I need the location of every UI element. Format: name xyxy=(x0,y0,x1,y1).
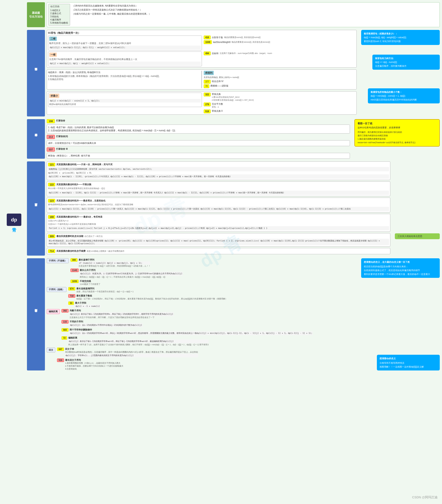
prob-583: 583 两个字符串的删除操作 dp[i][j]: 以i-1为结尾的字符串word… xyxy=(62,328,357,335)
subseq-title: 子序列问题 xyxy=(27,258,45,370)
2d-knapsack: 二维 顺序无所谓，因为上一层的值不会被下一层覆盖，且第二层for循环是从j=0到… xyxy=(48,36,202,50)
subseq-ann-dp: 想清楚dp的含义，这大题的dp含义都一目了然 然后想当前的dp[i][j]是由哪… xyxy=(361,258,440,278)
knapsack-section: 背包问题 能否装满背包（或最多装多少）： dp[j] = max(dp[j], … xyxy=(27,30,440,116)
knapsack-ann3: 装满背包所有物品的最小个数： dp[j] = min(dp[j] - coins… xyxy=(368,88,440,103)
subseq-ann-palindrome: 想清楚dp的含义 分相等和不相等两种情况 画图理解！！一边画图一边对着dp[i]… xyxy=(377,355,440,370)
prob-647: 647 回文子串 布尔数组(true时候还是会用的)，注意遍历顺序，其中一种是由… xyxy=(57,347,357,358)
prob-198-row: 198 打家劫舍 xyxy=(47,119,350,123)
edit-distance-row: 编辑距离 392 判断子序列 dp[i][j] 表示以下标i-1为结尾的字符串s… xyxy=(47,309,357,346)
rob-title: 打家劫舍 xyxy=(27,119,45,159)
prob-494: 494 xyxy=(204,52,211,55)
stocks-section: 股票问题 三次买入初始化有点意思 121 买卖股票的最佳时机——只有一次，两种结… xyxy=(27,162,440,256)
basics-title: 基础篇 引出方法论 xyxy=(27,2,45,27)
prob-53: 53 最大子序和 dp[i] = -1 + nums[i] xyxy=(68,302,357,308)
1d-knapsack: 一维 注意两个for循环的顺序，先遍历背包后遍历物品的话，不然倒底物品的结果会覆… xyxy=(48,52,202,66)
prob-674: 674 最长连续递增序列 连接，所以只能是前一个状态能导出前状态：dp[i + … xyxy=(68,287,357,293)
prob-322: 322 xyxy=(204,93,211,96)
page-wrapper: dp 青 dp 青 基础篇 引出方法论 dp五部曲 1.dp[]含义 2.递推公… xyxy=(0,0,442,504)
prob-121: 121 买卖股票的最佳时机——只有一次，两种结果：买与不买 动规用dp [j][… xyxy=(47,162,390,180)
prob-337-detail: 树形dp（树形贪心），两种结果: 偷与不偷 xyxy=(47,153,350,159)
dp-5-steps-box: dp五部曲 1.dp[]含义 2.递推公式 3.初始化 4.遍历顺序 5.举例推… xyxy=(48,4,70,26)
prob-213-row: 213 打家劫舍(II) xyxy=(47,135,350,139)
knapsack-ann2: 装背包有几种方法: dp[j] += dp[j - nums[i]]; 注意遍历… xyxy=(372,55,440,70)
knapsack-ann1: 能否装满背包（或最多装多少）： dp[j] = max(dp[j], dp[j … xyxy=(361,30,440,45)
basics-section: 基础篇 引出方法论 dp五部曲 1.dp[]含义 2.递推公式 3.初始化 4.… xyxy=(27,2,440,27)
prob-309: 309 最佳买卖股票时机含冷冻期 自己想出了一种方法 把j=01初始化后，从j=… xyxy=(47,233,390,247)
zero-one-knapsack: 01背包（物品只能使用一次） 二维 顺序无所谓，因为上一层的值不会被下一层覆盖，… xyxy=(47,30,357,68)
basics-desc1: （1和4的作用甚至比总越随便来, 4的重要性在背包问题尤为突出） xyxy=(72,4,438,8)
prob-72: 72 编辑距离 dp[i][j] 表示以下标i-1为结尾的字符串word1，和以… xyxy=(62,336,357,346)
prob-279: 279 xyxy=(204,103,211,106)
prob-188: 188 买卖股票的最佳时机IV——最多k次，奇买奇卖 注意j<2*k-1是因为j… xyxy=(47,214,390,232)
prob-337-row: 337 打家劫舍 III xyxy=(47,147,350,151)
prob-516: 516 最长回文子序列 1.相邻看周围的范围（i+i加1.j-1）, 边最长回文… xyxy=(57,359,357,370)
continuous-row: 子序列（连续） 674 最长连续递增序列 连接，所以只能是前一个状态能导出前状态… xyxy=(47,287,357,308)
subsequence-section: 子序列问题 想清楚dp的含义，这大题的dp含义都一目了然 然后想当前的dp[i]… xyxy=(27,258,440,370)
complete-knapsack: dp[i]表示：填满（包括）这么大的背包, 有dp[i]种方法 1.将有物品i的… xyxy=(47,70,357,90)
non-continuous-row: 子序列（不连续） 300 最长递增子序列 if (nums[i] > nums[… xyxy=(47,258,357,286)
palindrome-row: 回文 647 回文子串 布尔数组(true时候还是会用的)，注意遍历顺序，其中一… xyxy=(47,347,357,370)
prob-377: 377 xyxy=(204,80,211,84)
knapsack-title: 背包问题 xyxy=(27,30,45,116)
prob-1049: 1049 xyxy=(204,40,212,44)
min-knapsack-inner: 求最小 dp[j] = min(dp[j] - coins[i] + 1, dp… xyxy=(48,93,202,107)
dp-sublabel: 青 xyxy=(7,227,21,233)
min-knapsack: 求最小 dp[j] = min(dp[j] - coins[i] + 1, dp… xyxy=(47,91,357,115)
basics-desc2: （2在3之前是因为一些情况是递推公式决定了的数组要如何初始化！） xyxy=(72,8,438,12)
prob-518: 518 xyxy=(204,109,211,113)
prob-714: 714 买卖股票的最佳时机含手续费 就是122基础上需要多一减去手续费的操作 xyxy=(47,248,390,254)
prob-70: 70 xyxy=(204,84,209,88)
prob-198-detail: 1. dp[i]: 考虑下标i（包括）以内的房屋, 最多可以偷窃的金额为dp[i… xyxy=(47,125,350,134)
prob-213-detail: 成环，分首尾情况讨论！可以把rob操作抽离出来 xyxy=(47,140,350,146)
prob-1143: 1143 最长公共子序列 dp[i][j]: 长度为[0, i-1]的字符串te… xyxy=(70,269,357,279)
prob-416: 416 xyxy=(204,36,211,39)
prob-122: 122 买卖股票的最佳时机II——不限次数 和121唯一不同是买入的时候需要考虑… xyxy=(47,181,390,196)
stocks-title: 股票问题 xyxy=(27,162,45,256)
prob-718: 718 最长重复子数组 dp[i][j]：以下标i - 1为结尾的A，和以下标j… xyxy=(68,294,357,300)
csdn-label: CSDN @阿玛兰迪 xyxy=(412,495,438,500)
rob-ann: 看图一目了然 这种分结果考虑的思路很重要，多摸摩摩摩 序列遍历，因为要用已经算出… xyxy=(354,119,440,146)
basics-desc3: （动规与代码之前一定要模拟一遍, 心中有数, 确定最后推出的是想要的结果。） xyxy=(72,12,438,16)
stocks-ann-123: 三次买入初始化有点意思 xyxy=(395,233,440,239)
prob-392: 392 判断子序列 dp[i][j] 表示以下标i-1为结尾的字符串s，和以下标… xyxy=(62,309,357,319)
prob-300: 300 最长递增子序列 if (nums[i] > nums[j]) dp[j]… xyxy=(70,258,357,268)
prob-1035: 1035 不相交的线 1143题多了个外套罢了 xyxy=(70,280,357,286)
prob-115: 115 不同的子序列 dp[i][j]: 以i-1为结尾的s子序列中出现以j-1… xyxy=(62,320,357,327)
prob-123: 123 买卖股票的最佳时机III——最多两次，注意初始化 要考虑两种情况vect… xyxy=(47,198,390,213)
dp-box: dp xyxy=(7,214,21,226)
rob-section: 打家劫舍 看图一目了然 这种分结果考虑的思路很重要，多摸摩摩摩 序列遍历，因为要… xyxy=(27,119,440,159)
